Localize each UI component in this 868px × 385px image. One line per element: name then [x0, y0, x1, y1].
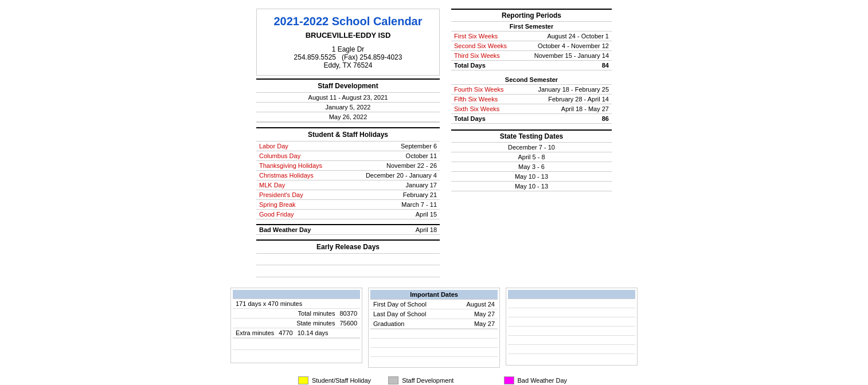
last-day-school: Last Day of School May 27 — [370, 309, 498, 319]
holiday-labor-day: Labor Day September 6 — [256, 142, 440, 151]
staff-dev-date-3: May 26, 2022 — [256, 112, 440, 122]
staff-dev-date-2: January 5, 2022 — [256, 103, 440, 112]
state-test-date-1: December 7 - 10 — [451, 143, 612, 152]
total-minutes-row: Total minutes80370 — [233, 309, 360, 319]
legend-group-left: Student/Staff Holiday Early Release — [298, 376, 371, 385]
minutes-calc: 171 days x 470 minutes — [233, 299, 360, 309]
state-minutes-row: State minutes75600 — [233, 319, 360, 328]
holiday-mlk: MLK Day January 17 — [256, 180, 440, 190]
holiday-presidents: President's Day February 21 — [256, 190, 440, 200]
first-semester-total: Total Days 84 — [451, 61, 612, 70]
bad-weather-row: Bad Weather Day April 18 — [256, 225, 440, 234]
school-phone: 254.859.5525 (Fax) 254.859-4023 — [263, 53, 433, 61]
legend-staff-dev: Staff Development — [402, 377, 453, 384]
state-testing-header: State Testing Dates — [451, 131, 612, 143]
third-six-weeks: Third Six Weeks November 15 - January 14 — [451, 51, 612, 61]
school-address-line: 1 Eagle Dr — [263, 45, 433, 53]
staff-dev-date-1: August 11 - August 23, 2021 — [256, 93, 440, 103]
legend-group-center: Staff Development Reporting Period Begin… — [388, 376, 486, 385]
state-test-date-3: May 3 - 6 — [451, 162, 612, 172]
first-day-school: First Day of School August 24 — [370, 300, 498, 309]
staff-dev-header: Staff Development — [256, 80, 440, 93]
holiday-columbus-day: Columbus Day October 11 — [256, 151, 440, 161]
graduation-row: Graduation May 27 — [370, 319, 498, 329]
fourth-six-weeks: Fourth Six Weeks January 18 - February 2… — [451, 85, 612, 95]
sixth-six-weeks: Sixth Six Weeks April 18 - May 27 — [451, 104, 612, 114]
state-test-date-2: April 5 - 8 — [451, 152, 612, 162]
second-semester-header: Second Semester — [451, 75, 612, 85]
holiday-christmas: Christmas Holidays December 20 - January… — [256, 171, 440, 180]
second-semester-total: Total Days 86 — [451, 114, 612, 124]
holiday-spring-break: Spring Break March 7 - 11 — [256, 200, 440, 210]
extra-minutes-row: Extra minutes477010.14 days — [233, 328, 360, 338]
legend-group-right: Bad Weather Day State Testing Days — [504, 376, 570, 385]
holidays-header: Student & Staff Holidays — [256, 128, 440, 142]
school-name: BRUCEVILLE-EDDY ISD — [263, 31, 433, 40]
legend-student-holiday: Student/Staff Holiday — [312, 377, 371, 384]
holiday-thanksgiving: Thanksgiving Holidays November 22 - 26 — [256, 161, 440, 171]
state-test-date-4: May 10 - 13 — [451, 172, 612, 182]
legend-bad-weather: Bad Weather Day — [518, 377, 568, 384]
page-title: 2021-2022 School Calendar — [263, 15, 433, 28]
state-test-date-5: May 10 - 13 — [451, 182, 612, 191]
first-semester-header: First Semester — [451, 22, 612, 32]
holiday-good-friday: Good Friday April 15 — [256, 210, 440, 219]
fifth-six-weeks: Fifth Six Weeks February 28 - April 14 — [451, 95, 612, 104]
second-six-weeks: Second Six Weeks October 4 - November 12 — [451, 41, 612, 51]
first-six-weeks: First Six Weeks August 24 - October 1 — [451, 32, 612, 41]
school-city: Eddy, TX 76524 — [263, 61, 433, 69]
reporting-periods-header: Reporting Periods — [451, 10, 612, 22]
important-dates-header: Important Dates — [370, 290, 498, 300]
early-release-header: Early Release Days — [256, 241, 440, 254]
